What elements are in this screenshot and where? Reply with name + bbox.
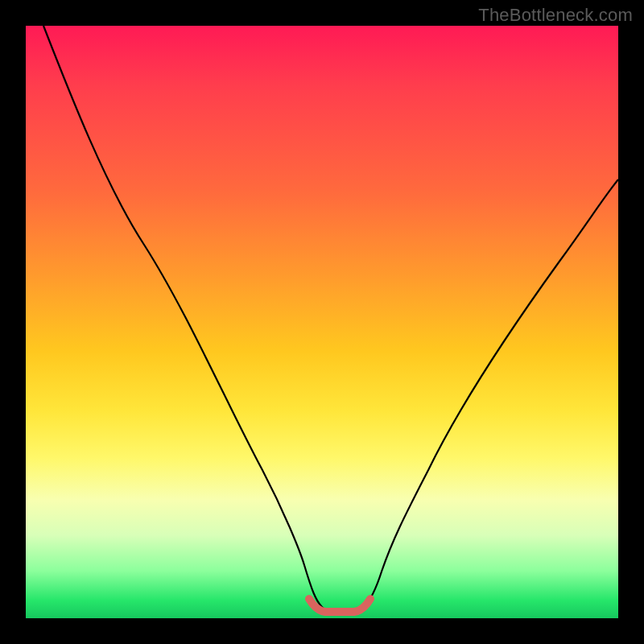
- bottleneck-curve: [43, 26, 618, 613]
- chart-frame: TheBottleneck.com: [0, 0, 644, 644]
- watermark-text: TheBottleneck.com: [478, 5, 633, 26]
- chart-svg: [26, 26, 618, 618]
- plot-area: [26, 26, 618, 618]
